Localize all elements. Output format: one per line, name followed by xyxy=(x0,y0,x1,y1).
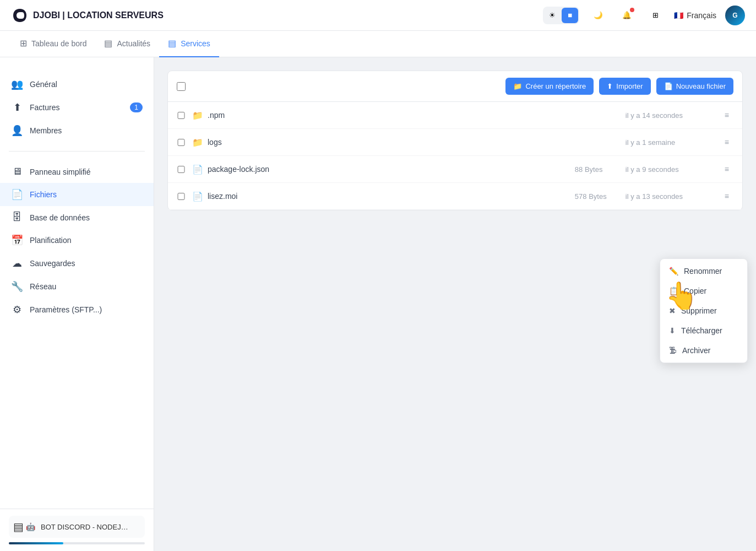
context-archive[interactable]: 🗜 Archiver xyxy=(660,341,747,360)
membres-icon: 👤 xyxy=(11,125,23,137)
sidebar-item-factures[interactable]: ⬆ Factures 1 xyxy=(0,96,154,119)
language-selector[interactable]: 🇫🇷 Français xyxy=(674,11,716,20)
main-layout: 👥 Général ⬆ Factures 1 👤 Membres 🖥 Panne… xyxy=(0,57,756,551)
sidebar-item-planification[interactable]: 📅 Planification xyxy=(0,229,154,252)
sidebar-item-general[interactable]: 👥 Général xyxy=(0,73,154,96)
file-checkbox-package[interactable] xyxy=(177,166,186,173)
create-folder-btn[interactable]: 📁 Créer un répertoire xyxy=(505,78,594,95)
file-checkbox-logs[interactable] xyxy=(177,139,186,146)
actualites-icon: ▤ xyxy=(104,38,112,48)
sidebar-top-section: 👥 Général ⬆ Factures 1 👤 Membres xyxy=(0,68,154,147)
file-date-lisez: il y a 13 secondes xyxy=(626,192,714,201)
dark-theme-btn[interactable]: ■ xyxy=(562,8,578,23)
sidebar-fichiers-label: Fichiers xyxy=(30,190,57,199)
copy-icon: 📋 xyxy=(669,287,678,295)
file-row-package: 📄 package-lock.json 88 Bytes il y a 9 se… xyxy=(168,156,742,183)
sauvegardes-icon: ☁ xyxy=(11,257,23,269)
tab-tableau[interactable]: ⊞ Tableau de bord xyxy=(11,31,95,57)
general-icon: 👥 xyxy=(11,78,23,90)
file-icon-lisez: 📄 xyxy=(192,191,203,202)
copy-label: Copier xyxy=(684,287,706,295)
light-theme-btn[interactable]: ☀ xyxy=(544,8,561,23)
download-label: Télécharger xyxy=(681,326,722,335)
file-name-npm: 📁 .npm xyxy=(192,110,568,121)
server-item[interactable]: ▤ 🤖 BOT DISCORD - NODEJS - S1 xyxy=(9,516,145,538)
file-row-lisez: 📄 lisez.moi 578 Bytes il y a 13 secondes… xyxy=(168,183,742,210)
sidebar-item-reseau[interactable]: 🔧 Réseau xyxy=(0,275,154,298)
new-file-icon: 📄 xyxy=(664,82,673,90)
sidebar-panneau-label: Panneau simplifié xyxy=(30,168,91,176)
file-size-lisez: 578 Bytes xyxy=(575,192,619,201)
file-actions-lisez[interactable]: ≡ xyxy=(720,190,733,203)
context-delete[interactable]: ✖ Supprimer xyxy=(660,301,747,321)
parametres-icon: ⚙ xyxy=(11,304,23,316)
top-navbar: DJOBI | LOCATION SERVEURS ☀ ■ 🌙 🔔 ⊞ 🇫🇷 F… xyxy=(0,0,756,31)
server-type: ▤ 🤖 xyxy=(13,520,35,533)
tab-services[interactable]: ▤ Services xyxy=(159,31,219,57)
nav-right: ☀ ■ 🌙 🔔 ⊞ 🇫🇷 Français G xyxy=(543,6,745,25)
select-all-checkbox[interactable] xyxy=(177,82,186,91)
server-icon: ▤ xyxy=(13,520,24,533)
grid-btn[interactable]: ⊞ xyxy=(645,6,665,25)
language-label: Français xyxy=(687,11,716,20)
file-name-lisez: 📄 lisez.moi xyxy=(192,191,568,202)
tab-actualites-label: Actualités xyxy=(117,39,150,48)
tab-services-label: Services xyxy=(181,39,210,48)
file-name-text-package: package-lock.json xyxy=(208,165,269,174)
file-actions-package[interactable]: ≡ xyxy=(720,163,733,176)
sidebar-bottom-section: 🖥 Panneau simplifié 📄 Fichiers 🗄 Base de… xyxy=(0,156,154,326)
theme-toggle[interactable]: ☀ ■ xyxy=(543,7,579,24)
context-rename[interactable]: ✏️ Renommer xyxy=(660,261,747,281)
sidebar-item-bdd[interactable]: 🗄 Base de données xyxy=(0,206,154,229)
avatar[interactable]: G xyxy=(725,6,745,25)
new-file-label: Nouveau fichier xyxy=(676,82,726,90)
dark-icon: ■ xyxy=(568,11,572,19)
file-checkbox-lisez[interactable] xyxy=(177,193,186,200)
file-actions-logs[interactable]: ≡ xyxy=(720,136,733,149)
new-file-btn[interactable]: 📄 Nouveau fichier xyxy=(656,78,733,95)
bell-icon: 🔔 xyxy=(622,11,632,19)
import-btn[interactable]: ⬆ Importer xyxy=(599,78,650,95)
factures-badge: 1 xyxy=(130,102,143,112)
import-icon: ⬆ xyxy=(607,82,613,90)
file-date-logs: il y a 1 semaine xyxy=(626,138,714,147)
bdd-icon: 🗄 xyxy=(11,212,23,223)
file-checkbox-npm[interactable] xyxy=(177,112,186,119)
rename-icon: ✏️ xyxy=(669,267,678,276)
nav-tabs: ⊞ Tableau de bord ▤ Actualités ▤ Service… xyxy=(0,31,756,57)
fm-toolbar: 📁 Créer un répertoire ⬆ Importer 📄 Nouve… xyxy=(168,71,742,102)
flag-icon: 🇫🇷 xyxy=(674,11,683,20)
tab-actualites[interactable]: ▤ Actualités xyxy=(95,31,159,57)
sidebar-planification-label: Planification xyxy=(30,236,72,245)
sidebar-item-parametres[interactable]: ⚙ Paramètres (SFTP...) xyxy=(0,298,154,321)
server-label: BOT DISCORD - NODEJS - S1 xyxy=(41,523,129,531)
sidebar-item-panneau[interactable]: 🖥 Panneau simplifié xyxy=(0,160,154,183)
light-icon: ☀ xyxy=(549,11,556,19)
context-copy[interactable]: 📋 Copier xyxy=(660,281,747,301)
folder-icon-logs: 📁 xyxy=(192,137,203,148)
file-date-npm: il y a 14 secondes xyxy=(626,111,714,120)
sidebar-sauvegardes-label: Sauvegardes xyxy=(30,259,75,268)
notification-badge xyxy=(630,8,634,12)
create-folder-label: Créer un répertoire xyxy=(525,82,586,90)
file-date-package: il y a 9 secondes xyxy=(626,165,714,174)
fichiers-icon: 📄 xyxy=(11,188,23,201)
logo: DJOBI | LOCATION SERVEURS xyxy=(11,7,164,24)
sidebar-item-membres[interactable]: 👤 Membres xyxy=(0,119,154,142)
import-label: Importer xyxy=(616,82,643,90)
rename-label: Renommer xyxy=(684,267,722,276)
factures-icon: ⬆ xyxy=(11,101,23,114)
reseau-icon: 🔧 xyxy=(11,280,23,293)
context-download[interactable]: ⬇ Télécharger xyxy=(660,321,747,341)
sidebar-reseau-label: Réseau xyxy=(30,282,56,291)
sidebar-factures-label: Factures xyxy=(30,103,59,112)
sidebar: 👥 Général ⬆ Factures 1 👤 Membres 🖥 Panne… xyxy=(0,57,154,551)
main-content: 📁 Créer un répertoire ⬆ Importer 📄 Nouve… xyxy=(154,57,756,551)
moon-btn[interactable]: 🌙 xyxy=(588,6,608,25)
file-icon-package: 📄 xyxy=(192,164,203,175)
bell-btn[interactable]: 🔔 xyxy=(617,6,637,25)
file-actions-npm[interactable]: ≡ xyxy=(720,109,733,122)
archive-icon: 🗜 xyxy=(669,346,677,355)
sidebar-item-sauvegardes[interactable]: ☁ Sauvegardes xyxy=(0,252,154,275)
sidebar-item-fichiers[interactable]: 📄 Fichiers xyxy=(0,183,154,206)
